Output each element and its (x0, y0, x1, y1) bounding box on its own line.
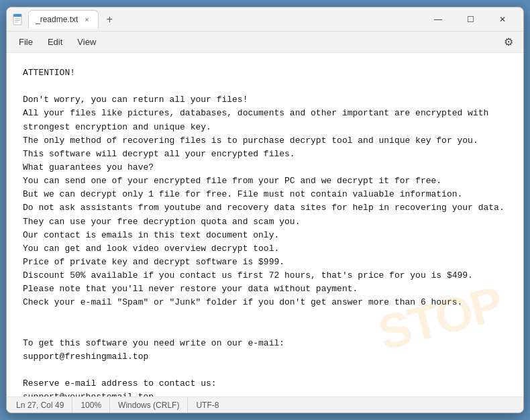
text-line-12: They can use your free decryption quota … (23, 215, 507, 229)
text-line-18: Check your e-mail "Spam" or "Junk" folde… (23, 296, 507, 309)
blank-line-4 (23, 364, 507, 377)
window-controls: — ☐ ✕ (423, 9, 518, 30)
text-line-3: Don't worry, you can return all your fil… (23, 93, 507, 107)
new-tab-button[interactable]: + (101, 11, 117, 28)
text-line-15: Price of private key and decrypt softwar… (23, 256, 507, 269)
text-line-17: Please note that you'll never restore yo… (23, 282, 507, 296)
text-line-21: To get this software you need write on o… (23, 337, 507, 350)
minimize-button[interactable]: — (423, 9, 454, 30)
maximize-button[interactable]: ☐ (455, 9, 486, 30)
text-line-22: support@freshingmail.top (23, 350, 507, 364)
text-line-4: All your files like pictures, databases,… (23, 107, 507, 120)
blank-line-2 (23, 310, 507, 323)
svg-rect-1 (13, 14, 21, 17)
text-line-16: Discount 50% available if you contact us… (23, 269, 507, 282)
text-content[interactable]: STOP ATTENTION! Don't worry, you can ret… (7, 53, 523, 397)
tab-label: _readme.txt (36, 15, 78, 24)
tab-area: _readme.txt × + (28, 10, 117, 29)
title-bar-left: _readme.txt × + (12, 10, 423, 29)
status-bar: Ln 27, Col 49 100% Windows (CRLF) UTF-8 (7, 397, 523, 413)
text-line-6: The only method of recovering files is t… (23, 134, 507, 148)
menu-bar: File Edit View ⚙ (7, 32, 523, 53)
active-tab[interactable]: _readme.txt × (28, 10, 99, 29)
cursor-position: Ln 27, Col 49 (13, 397, 72, 413)
text-line-10: But we can decrypt only 1 file for free.… (23, 188, 507, 201)
encoding: UTF-8 (188, 397, 227, 413)
notepad-window: _readme.txt × + — ☐ ✕ File Edit View ⚙ S… (6, 7, 524, 413)
text-line-24: Reserve e-mail address to contact us: (23, 377, 507, 390)
text-line-8: What guarantees you have? (23, 161, 507, 174)
text-line-13: Our contact is emails in this text docum… (23, 229, 507, 242)
text-line-14: You can get and look video overview decr… (23, 242, 507, 256)
close-button[interactable]: ✕ (487, 9, 518, 30)
text-line-5: strongest encryption and unique key. (23, 121, 507, 134)
line-ending: Windows (CRLF) (110, 397, 188, 413)
app-icon (12, 13, 24, 25)
text-line-11: Do not ask assistants from youtube and r… (23, 201, 507, 215)
menu-file[interactable]: File (12, 34, 40, 50)
blank-line-1 (23, 80, 507, 93)
text-line-attention: ATTENTION! (23, 66, 507, 80)
settings-button[interactable]: ⚙ (499, 33, 518, 52)
blank-line-3 (23, 323, 507, 337)
text-line-9: You can send one of your encrypted file … (23, 174, 507, 188)
title-bar: _readme.txt × + — ☐ ✕ (7, 7, 523, 32)
zoom-level: 100% (72, 397, 110, 413)
menu-edit[interactable]: Edit (41, 34, 69, 50)
menu-view[interactable]: View (70, 34, 103, 50)
text-line-7: This software will decrypt all your encr… (23, 148, 507, 161)
tab-close-button[interactable]: × (82, 15, 91, 24)
text-line-25: support@yourbestemail.top (23, 390, 507, 397)
